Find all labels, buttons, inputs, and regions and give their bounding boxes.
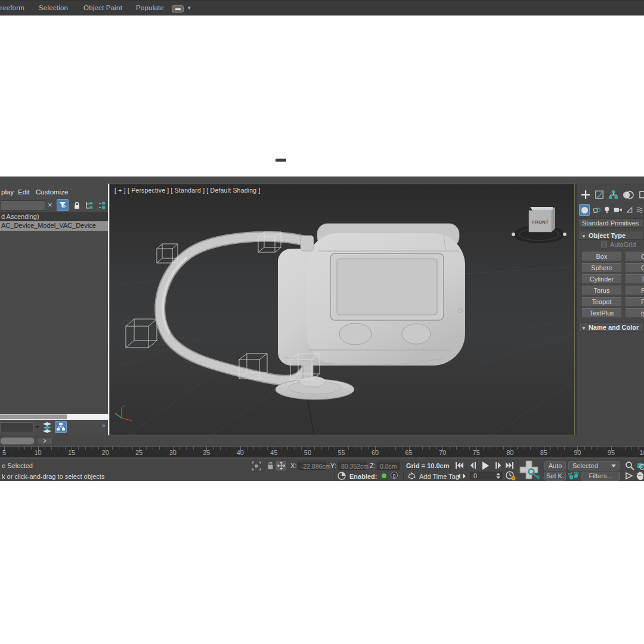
menu-customize[interactable]: Customize <box>36 188 68 196</box>
world-axis-tripod: z <box>115 404 132 421</box>
spacewarps-category-icon[interactable] <box>636 206 644 214</box>
primitive-button-geosphere[interactable]: GeoS <box>625 263 644 273</box>
isolate-selection-icon[interactable] <box>252 462 261 470</box>
primitive-button-teapot[interactable]: Teapot <box>581 297 622 306</box>
primitive-button-plane[interactable]: Pla <box>625 297 644 306</box>
previous-frame-button[interactable] <box>467 460 478 470</box>
timeline-tick <box>597 447 598 450</box>
progressive-display-icon[interactable] <box>338 472 346 480</box>
ribbon-tab-selection[interactable]: Selection <box>39 4 68 11</box>
key-filters-icon[interactable] <box>568 472 579 480</box>
panel-expand-chevrons[interactable]: » <box>102 422 105 429</box>
primitive-button-pyramid[interactable]: Pyra <box>625 286 644 295</box>
lock-button[interactable] <box>71 199 83 211</box>
zero-badge[interactable]: 0 <box>391 472 398 479</box>
enabled-status-dot[interactable] <box>382 473 386 478</box>
menu-edit[interactable]: Edit <box>18 188 30 196</box>
timeline-tick <box>51 447 52 450</box>
autogrid-checkbox[interactable]: AutoGrid <box>601 241 636 248</box>
geometry-category-button[interactable] <box>579 204 590 216</box>
ribbon-tab-populate[interactable]: Populate <box>136 4 164 11</box>
tree-view-icon <box>85 202 94 209</box>
helpers-category-icon[interactable] <box>626 206 633 214</box>
timeline-tick <box>166 447 166 450</box>
filters-button[interactable]: Filters... <box>581 472 620 481</box>
zoom-extents-icon[interactable] <box>637 461 644 470</box>
z-coord-field[interactable]: 0.0cm <box>377 462 400 470</box>
maxscript-run-button[interactable]: > <box>37 437 52 445</box>
go-to-start-button[interactable] <box>454 460 465 470</box>
viewcube[interactable]: FRONT <box>512 207 566 243</box>
motion-tab-icon[interactable] <box>623 190 634 200</box>
flat-view-button[interactable] <box>96 199 108 211</box>
cameras-category-icon[interactable] <box>614 206 623 214</box>
layer-dropdown[interactable] <box>0 422 34 432</box>
maxscript-listener-field[interactable] <box>0 437 35 445</box>
sort-column-header[interactable]: d Ascending) <box>0 212 108 221</box>
set-key-button[interactable]: Set K. <box>544 472 566 481</box>
hierarchy-tab-icon[interactable] <box>608 190 618 200</box>
selected-dropdown[interactable]: Selected <box>568 461 620 470</box>
hierarchy-view-button[interactable] <box>55 421 67 433</box>
next-frame-button[interactable] <box>493 460 503 470</box>
ribbon-tab-freeform[interactable]: reeform <box>0 4 24 11</box>
primitive-button-cylinder[interactable]: Cylinder <box>581 274 622 284</box>
go-to-end-button[interactable] <box>504 460 515 470</box>
zoom-icon[interactable] <box>625 461 634 470</box>
timeline-frame-label: 100 <box>639 449 644 456</box>
absolute-offset-toggle[interactable] <box>276 461 286 470</box>
primitive-button-box[interactable]: Box <box>581 252 622 261</box>
ribbon-overflow-arrow-icon[interactable]: ▾ <box>188 5 191 11</box>
search-clear-icon[interactable]: × <box>48 200 52 209</box>
scene-explorer-hscrollbar[interactable] <box>0 414 108 420</box>
ribbon-collapse-handle[interactable] <box>275 159 286 162</box>
object-type-rollout-header[interactable]: ▼Object Type <box>578 231 644 240</box>
layers-button[interactable] <box>42 421 52 433</box>
menu-display[interactable]: play <box>1 188 14 196</box>
primitive-button-cone[interactable]: Co <box>625 252 644 261</box>
modify-tab-icon[interactable] <box>595 190 604 200</box>
ribbon-overflow-icon[interactable] <box>172 5 184 13</box>
auto-key-button[interactable]: Auto <box>544 461 566 470</box>
primitive-button-torus[interactable]: Torus <box>581 286 622 295</box>
timeline-tick <box>78 447 79 450</box>
primitive-button-sphere[interactable]: Sphere <box>581 263 622 273</box>
create-tab-icon[interactable] <box>581 190 590 200</box>
display-tab-icon[interactable] <box>639 190 644 200</box>
zoom-region-icon[interactable] <box>625 472 633 480</box>
scene-object-row-selected[interactable]: AC_Device_Model_VAC_Device <box>0 221 108 231</box>
set-keys-button[interactable] <box>516 460 543 481</box>
x-coord-field[interactable]: -22.896cm <box>298 462 326 470</box>
filter-button[interactable] <box>57 199 69 211</box>
vac-device-body[interactable] <box>278 224 465 366</box>
selection-lock-icon[interactable] <box>267 462 274 470</box>
play-button[interactable] <box>479 460 492 470</box>
frame-spinner-icon[interactable] <box>496 473 500 479</box>
add-time-tag-text[interactable]: Add Time Tag <box>419 473 459 480</box>
timeline-tick <box>422 447 423 450</box>
y-coord-field[interactable]: 80.352cm <box>338 462 366 470</box>
key-step-buttons[interactable] <box>456 472 467 480</box>
scrollbar-thumb[interactable] <box>0 414 67 419</box>
viewport-perspective[interactable]: FRONT z [ + ] [ Perspective ] [ Standard… <box>109 184 575 435</box>
ribbon-tab-object-paint[interactable]: Object Paint <box>83 4 122 11</box>
primitive-button-textplus[interactable]: TextPlus <box>581 308 622 318</box>
timeline-frame-label: 10 <box>34 449 41 456</box>
timeline-ruler[interactable]: 5101520253035404550556065707580859095100 <box>0 446 644 457</box>
name-color-rollout-header[interactable]: ▼Name and Color <box>578 323 644 332</box>
scene-explorer-search-input[interactable] <box>1 200 45 210</box>
timeline-tick <box>92 447 92 450</box>
shapes-category-icon[interactable] <box>593 206 600 215</box>
timeline-frame-label: 20 <box>102 449 109 456</box>
time-tag-icon[interactable] <box>407 472 416 479</box>
pan-hand-icon[interactable] <box>636 471 644 481</box>
viewport-label[interactable]: [ + ] [ Perspective ] [ Standard ] [ Def… <box>114 187 261 194</box>
primitive-button-tube[interactable]: Tu <box>625 274 644 284</box>
primitive-category-dropdown[interactable]: Standard Primitives <box>578 218 644 228</box>
primitive-button-tyflow[interactable]: tyF <box>625 308 644 318</box>
lights-category-icon[interactable] <box>604 205 610 215</box>
timeline-tick <box>369 447 369 450</box>
dropdown-arrow-icon[interactable] <box>36 426 39 428</box>
time-config-icon[interactable] <box>506 471 516 481</box>
tree-view-button[interactable] <box>83 199 95 211</box>
